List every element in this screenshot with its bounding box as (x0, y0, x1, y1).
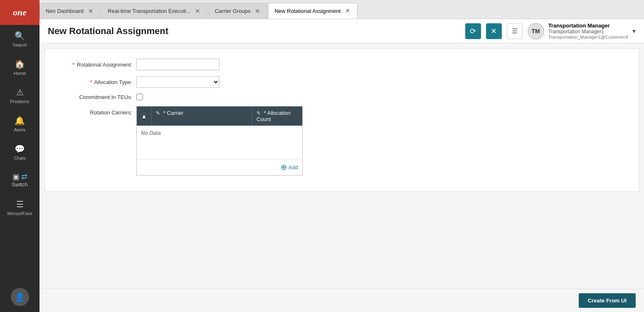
sidebar-item-chats[interactable]: 💬 Chats (0, 138, 39, 166)
sidebar-item-search[interactable]: 🔍 Search (0, 25, 39, 53)
warning-icon: ⚠ (16, 87, 24, 97)
sidebar: one 🔍 Search 🏠 Home ⚠ Problems 🔔 Alerts … (0, 0, 39, 312)
tab-neo-dashboard[interactable]: Neo Dashboard ✕ (39, 3, 101, 19)
refresh-button[interactable]: ⟳ (465, 23, 481, 39)
close-button[interactable]: ✕ (486, 23, 502, 39)
carriers-table: ▲ ✎ * Carrier ✎ * Allocation Count (136, 106, 303, 176)
user-role: Transportation Manager1 (548, 29, 628, 35)
form-row-rotation-carriers: Rotation Carriers: ▲ ✎ * Carrier ✎ (53, 106, 630, 176)
allocation-count-label: * (264, 110, 267, 116)
sidebar-item-problems[interactable]: ⚠ Problems (0, 82, 39, 110)
header-bar: New Rotational Assignment ⟳ ✕ ☰ TM Trans… (39, 19, 644, 43)
menu-icon: ☰ (16, 199, 24, 209)
user-avatar-sidebar[interactable]: 👤 (11, 288, 29, 306)
form-container: * Rotational Assignment: * Allocation Ty… (44, 48, 639, 192)
rotation-carriers-label: Rotation Carriers: (53, 106, 136, 116)
tab-bar: Neo Dashboard ✕ Real-time Transportation… (39, 0, 644, 19)
carrier-edit-icon: ✎ (156, 110, 160, 116)
logo-text: one (13, 7, 27, 18)
user-dropdown-arrow[interactable]: ▾ (632, 27, 636, 35)
sidebar-item-label-home: Home (14, 71, 26, 76)
user-email: Transportation_Manager1@CustomerA (548, 35, 628, 40)
sidebar-item-switch[interactable]: ▣ ⇄ Switch (0, 166, 39, 193)
table-footer: ⊕ Add (137, 159, 302, 175)
search-icon: 🔍 (15, 31, 25, 41)
bottom-bar: Create From UI (39, 289, 644, 312)
user-info-header: TM Transportation Manager Transportation… (528, 22, 636, 40)
required-star-1: * (72, 62, 74, 68)
avatar-icon: 👤 (15, 292, 25, 302)
page-title: New Rotational Assignment (48, 26, 460, 37)
sidebar-item-alerts[interactable]: 🔔 Alerts (0, 110, 39, 138)
add-label: Add (289, 164, 298, 171)
allocation-type-label: * Allocation Type: (53, 79, 136, 85)
table-header-row: ▲ ✎ * Carrier ✎ * Allocation Count (137, 106, 302, 126)
switch-icon-row: ▣ ⇄ (12, 172, 27, 181)
tab-close-carrier-groups[interactable]: ✕ (254, 7, 261, 15)
switch-icon-right: ⇄ (21, 172, 27, 181)
tab-new-rotational[interactable]: New Rotational Assignment ✕ (268, 3, 358, 19)
tab-realtime[interactable]: Real-time Transportation Executi... ✕ (101, 3, 207, 19)
rotational-assignment-input[interactable] (136, 59, 220, 70)
bell-icon: 🔔 (15, 116, 25, 126)
carrier-column-header: ✎ * Carrier (152, 106, 252, 126)
commitment-teus-checkbox[interactable] (136, 94, 143, 100)
form-row-commitment-teus: Commitment In TEUs: (53, 94, 630, 100)
tab-label-realtime: Real-time Transportation Executi... (108, 8, 190, 14)
add-plus-icon: ⊕ (281, 163, 287, 172)
create-from-ui-button[interactable]: Create From UI (579, 293, 636, 308)
sidebar-item-label-menus: Menus/Favs (7, 211, 32, 216)
tab-label-neo-dashboard: Neo Dashboard (46, 8, 84, 14)
main-area: Neo Dashboard ✕ Real-time Transportation… (39, 0, 644, 312)
user-initials: TM (532, 28, 540, 35)
tab-close-realtime[interactable]: ✕ (194, 7, 201, 15)
allocation-count-column-header: ✎ * Allocation Count (252, 106, 302, 126)
sort-column[interactable]: ▲ (137, 106, 152, 126)
hamburger-menu-button[interactable]: ☰ (507, 23, 523, 39)
tab-close-neo-dashboard[interactable]: ✕ (87, 7, 94, 15)
app-logo[interactable]: one (0, 0, 39, 25)
tab-close-new-rotational[interactable]: ✕ (344, 7, 351, 15)
carrier-column-label: * (163, 110, 167, 116)
sidebar-item-menus[interactable]: ☰ Menus/Favs (0, 193, 39, 222)
form-row-allocation-type: * Allocation Type: (53, 76, 630, 88)
chat-icon: 💬 (15, 144, 25, 154)
user-name: Transportation Manager (548, 22, 628, 29)
sidebar-item-label-problems: Problems (10, 99, 29, 104)
allocation-type-select[interactable] (136, 76, 220, 88)
no-data-text: No Data (141, 130, 161, 136)
switch-icon-left: ▣ (12, 172, 20, 181)
sidebar-item-label-alerts: Alerts (14, 127, 25, 132)
tab-label-new-rotational: New Rotational Assignment (274, 8, 341, 14)
user-avatar-circle: TM (528, 23, 544, 40)
home-icon: 🏠 (15, 59, 25, 69)
sidebar-item-label-chats: Chats (14, 156, 26, 161)
sidebar-item-label-switch: Switch (12, 181, 27, 188)
user-details: Transportation Manager Transportation Ma… (548, 22, 628, 40)
form-row-rotational-assignment: * Rotational Assignment: (53, 59, 630, 70)
sort-arrow-icon: ▲ (141, 113, 147, 119)
required-star-2: * (90, 79, 92, 85)
tab-carrier-groups[interactable]: Carrier Groups ✕ (208, 3, 267, 19)
commitment-teus-label: Commitment In TEUs: (53, 94, 136, 100)
sidebar-item-label-search: Search (12, 42, 27, 47)
allocation-edit-icon: ✎ (257, 110, 261, 116)
table-body: No Data (137, 126, 302, 159)
tab-label-carrier-groups: Carrier Groups (215, 8, 250, 14)
sidebar-item-home[interactable]: 🏠 Home (0, 53, 39, 82)
add-row-button[interactable]: ⊕ Add (281, 163, 298, 172)
rotational-assignment-label: * Rotational Assignment: (53, 62, 136, 68)
content-area: * Rotational Assignment: * Allocation Ty… (39, 43, 644, 312)
